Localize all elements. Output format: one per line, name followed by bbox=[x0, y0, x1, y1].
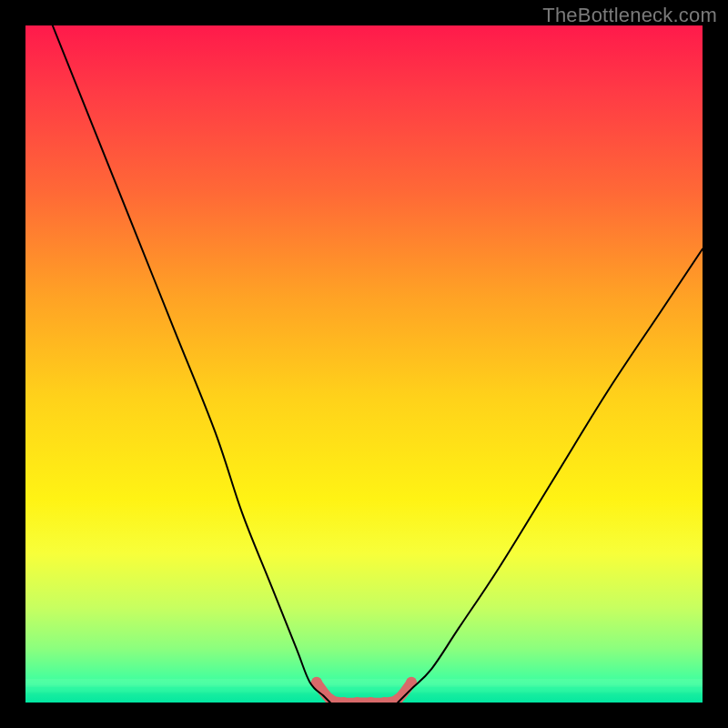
gradient-background bbox=[25, 25, 703, 703]
chart-frame: TheBottleneck.com bbox=[0, 0, 728, 728]
plot-area bbox=[25, 25, 703, 703]
watermark-text: TheBottleneck.com bbox=[542, 4, 717, 27]
chart-svg bbox=[25, 25, 703, 703]
